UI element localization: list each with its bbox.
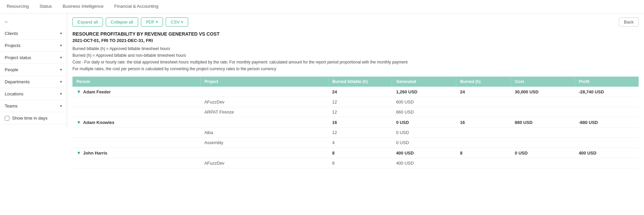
table-row: AFuzzDev 12 600 USD [72,97,639,107]
generated-cell: 400 USD [392,158,456,168]
generated-cell: 1,260 USD [392,87,456,97]
sidebar-item-projects[interactable]: Projects ▾ [0,40,67,52]
nav-financial-accounting[interactable]: Financial & Accounting [113,0,160,13]
burned-cell: 8 [456,148,511,158]
header-cost: Cost [511,77,575,87]
burned-billable-cell: 16 [328,117,392,128]
report-desc1: Burned billable (h) = Approved billable … [72,46,639,52]
sidebar-item-label: Project status [5,55,31,60]
header-burned-billable: Burned billable (h) [328,77,392,87]
table-row: ▼ Adam Knowles 16 0 USD 16 880 USD -880 … [72,117,639,128]
generated-cell: 660 USD [392,107,456,117]
sidebar-item-label: Departments [5,79,30,84]
burned-billable-cell: 24 [328,87,392,97]
report-header: RESOURCE PROFITABILITY BY REVENUE GENERA… [72,31,639,72]
chevron-down-icon: ▾ [60,68,62,72]
sidebar-item-label: Projects [5,43,20,48]
sidebar-item-teams[interactable]: Teams ▾ [0,100,67,112]
project-cell [200,148,328,158]
expand-arrow-icon[interactable]: ▼ [76,150,81,156]
back-button[interactable]: Back [619,17,639,27]
burned-cell [456,138,511,148]
chevron-down-icon: ▾ [60,104,62,108]
burned-cell: 16 [456,117,511,128]
expand-all-button[interactable]: Expand all [72,17,103,27]
sidebar-item-label: Clients [5,31,18,36]
burned-billable-cell: 4 [328,138,392,148]
person-cell [72,128,200,138]
profit-cell [575,158,639,168]
project-cell [200,87,328,97]
burned-cell [456,128,511,138]
expand-arrow-icon[interactable]: ▼ [76,120,81,125]
profit-cell [575,138,639,148]
table-wrapper: Person Project Burned billable (h) Gener… [72,77,639,168]
report-title: RESOURCE PROFITABILITY BY REVENUE GENERA… [72,31,639,37]
project-cell: AFuzzDev [200,97,328,107]
back-arrow[interactable]: ← [0,16,67,28]
content-area: Expand all Collapse all PDF CSV Back RES… [67,13,644,215]
burned-billable-cell: 12 [328,128,392,138]
project-cell: ARPAT Firenze [200,107,328,117]
show-time-in-days-checkbox[interactable]: Show time in days [0,112,67,124]
sidebar-item-label: Teams [5,103,17,109]
header-person: Person [72,77,200,87]
generated-cell: 0 USD [392,117,456,128]
person-cell [72,107,200,117]
sidebar-item-locations[interactable]: Locations ▾ [0,88,67,100]
burned-billable-cell: 8 [328,158,392,168]
nav-status[interactable]: Status [38,0,53,13]
sidebar-item-departments[interactable]: Departments ▾ [0,76,67,88]
report-desc2: Burned (h) = Approved billable and non-b… [72,52,639,58]
profit-cell [575,97,639,107]
person-cell [72,138,200,148]
nav-resourcing[interactable]: Resourcing [5,0,30,13]
chevron-down-icon: ▾ [60,80,62,84]
csv-button[interactable]: CSV [166,17,188,27]
cost-cell: 0 USD [511,148,575,158]
sidebar: ← Clients ▾ Projects ▾ Project status ▾ … [0,13,67,215]
project-cell: AFuzzDev [200,158,328,168]
generated-cell: 400 USD [392,148,456,158]
person-cell [72,97,200,107]
header-burned: Burned (h) [456,77,511,87]
sidebar-item-label: Locations [5,91,23,96]
project-cell: Alba [200,128,328,138]
generated-cell: 0 USD [392,128,456,138]
table-row: AFuzzDev 8 400 USD [72,158,639,168]
report-table: Person Project Burned billable (h) Gener… [72,77,639,168]
expand-arrow-icon[interactable]: ▼ [76,89,81,94]
header-profit: Profit [575,77,639,87]
report-desc4: For multiple rates, the cost per person … [72,66,639,72]
burned-cell [456,158,511,168]
sidebar-item-clients[interactable]: Clients ▾ [0,28,67,40]
burned-cell [456,97,511,107]
chevron-down-icon: ▾ [60,31,62,36]
pdf-button[interactable]: PDF [141,17,163,27]
show-time-in-days-label: Show time in days [12,116,48,121]
sidebar-item-people[interactable]: People ▾ [0,64,67,76]
table-row: Assembly 4 0 USD [72,138,639,148]
profit-cell [575,107,639,117]
table-row: ARPAT Firenze 12 660 USD [72,107,639,117]
burned-cell: 24 [456,87,511,97]
person-cell: ▼ Adam Feeder [72,87,200,97]
cost-cell [511,138,575,148]
collapse-all-button[interactable]: Collapse all [106,17,138,27]
person-cell [72,158,200,168]
generated-cell: 0 USD [392,138,456,148]
sidebar-item-project-status[interactable]: Project status ▾ [0,52,67,64]
table-row: ▼ John Harris 8 400 USD 8 0 USD 400 USD [72,148,639,158]
nav-business-intelligence[interactable]: Business Intelligence [61,0,105,13]
header-project: Project [200,77,328,87]
project-cell [200,117,328,128]
cost-cell [511,107,575,117]
table-row: Alba 12 0 USD [72,128,639,138]
report-desc3: Cost - For daily or hourly rate: the tot… [72,59,639,65]
generated-cell: 600 USD [392,97,456,107]
burned-billable-cell: 8 [328,148,392,158]
show-time-in-days-input[interactable] [5,116,9,121]
profit-cell: -28,740 USD [575,87,639,97]
chevron-down-icon: ▾ [60,55,62,60]
cost-cell [511,158,575,168]
